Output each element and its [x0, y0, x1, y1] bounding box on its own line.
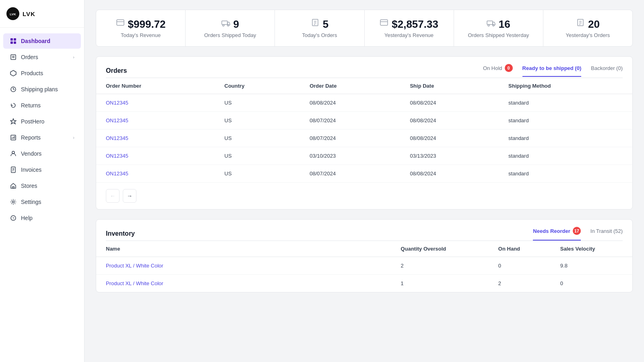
dashboard-icon — [10, 37, 17, 45]
order-number-cell: ON12345 — [96, 130, 215, 147]
shipping-method-cell: standard — [499, 112, 632, 130]
col-shipping-method: Shipping Method — [499, 78, 632, 94]
tab-ready-to-ship[interactable]: Ready to be shipped (0) — [522, 65, 582, 77]
sidebar-item-orders[interactable]: Orders › — [3, 49, 81, 65]
order-link[interactable]: ON12345 — [106, 135, 128, 141]
sidebar-item-label: PostHero — [21, 118, 44, 125]
vendors-icon — [10, 150, 17, 157]
order-link[interactable]: ON12345 — [106, 153, 128, 159]
table-row: ON12345 US 03/10/2023 03/13/2023 standar… — [96, 147, 632, 165]
country-cell: US — [215, 130, 300, 147]
order-number-cell: ON12345 — [96, 94, 215, 112]
inventory-tabs: Needs Reorder 17 In Transit (52) — [533, 227, 623, 241]
logo-icon: LVK — [6, 7, 19, 20]
stat-card-orders-shipped-yesterday: 16 Orders Shipped Yesterday — [454, 10, 543, 46]
yesterdays-revenue-label: Yesterday's Revenue — [384, 32, 433, 38]
svg-rect-5 — [14, 41, 16, 44]
sidebar-item-reports[interactable]: Reports › — [3, 130, 81, 145]
sales-velocity-cell: 0 — [551, 275, 632, 292]
main-content: $999.72 Today's Revenue 9 Orders Shipped… — [85, 0, 644, 362]
country-cell: US — [215, 94, 300, 112]
needs-reorder-label: Needs Reorder — [533, 228, 570, 234]
col-order-date: Order Date — [300, 78, 400, 94]
svg-rect-27 — [117, 20, 124, 25]
reports-icon — [10, 134, 17, 141]
sidebar-item-products[interactable]: Products — [3, 66, 81, 81]
svg-marker-13 — [10, 119, 16, 124]
order-date-cell: 03/10/2023 — [300, 147, 400, 165]
sidebar-item-label: Returns — [21, 102, 41, 109]
svg-text:?: ? — [12, 216, 14, 220]
inventory-panel: Inventory Needs Reorder 17 In Transit (5… — [96, 219, 633, 292]
stat-card-yesterdays-revenue: $2,857.33 Yesterday's Revenue — [365, 10, 454, 46]
prev-page-button[interactable]: ← — [106, 189, 120, 203]
col-name: Name — [96, 241, 391, 257]
order-link[interactable]: ON12345 — [106, 117, 128, 123]
orders-shipped-yesterday-label: Orders Shipped Yesterday — [468, 32, 529, 38]
sidebar-item-settings[interactable]: Settings — [3, 194, 81, 210]
shipping-method-cell: standard — [499, 130, 632, 147]
sidebar-item-shipping-plans[interactable]: Shipping plans — [3, 82, 81, 97]
clipboard-yesterday-icon — [576, 18, 585, 29]
orders-tabs: On Hold 0 Ready to be shipped (0) Backor… — [483, 64, 623, 78]
todays-revenue-label: Today's Revenue — [121, 32, 161, 38]
table-row: Product XL / White Color 2 0 9.8 — [96, 257, 632, 275]
order-date-cell: 08/07/2024 — [300, 130, 400, 147]
tab-in-transit[interactable]: In Transit (52) — [590, 228, 623, 240]
col-sales-velocity: Sales Velocity — [551, 241, 632, 257]
stats-row: $999.72 Today's Revenue 9 Orders Shipped… — [96, 10, 633, 47]
order-link[interactable]: ON12345 — [106, 171, 128, 177]
invoices-icon — [10, 166, 17, 173]
order-link[interactable]: ON12345 — [106, 100, 128, 106]
in-transit-label: In Transit (52) — [590, 228, 623, 234]
next-page-button[interactable]: → — [123, 189, 136, 203]
table-row: ON12345 US 08/07/2024 08/08/2024 standar… — [96, 130, 632, 147]
svg-marker-9 — [10, 70, 16, 76]
yesterdays-revenue-value: $2,857.33 — [392, 18, 438, 31]
svg-rect-4 — [10, 41, 13, 44]
sidebar-item-posthero[interactable]: PostHero — [3, 114, 81, 129]
sidebar-item-label: Dashboard — [21, 38, 50, 44]
stat-header: 5 — [311, 18, 328, 31]
brand-logo: LVK LVK — [0, 0, 84, 28]
inventory-table-body: Product XL / White Color 2 0 9.8 Product… — [96, 257, 632, 292]
sidebar-item-label: Vendors — [21, 150, 41, 157]
shipping-method-cell: standard — [499, 147, 632, 165]
clipboard-icon — [311, 18, 320, 29]
sidebar-item-returns[interactable]: Returns — [3, 98, 81, 113]
orders-shipped-today-value: 9 — [233, 18, 239, 31]
order-date-cell: 08/07/2024 — [300, 165, 400, 183]
yesterdays-orders-value: 20 — [588, 18, 600, 31]
tab-needs-reorder[interactable]: Needs Reorder 17 — [533, 227, 580, 241]
nav-menu: Dashboard Orders › Products Shipping pla… — [0, 28, 84, 362]
country-cell: US — [215, 112, 300, 130]
table-row: Product XL / White Color 1 2 0 — [96, 275, 632, 292]
col-order-number: Order Number — [96, 78, 215, 94]
inventory-link[interactable]: Product XL / White Color — [106, 263, 163, 269]
sidebar-item-vendors[interactable]: Vendors — [3, 146, 81, 161]
orders-table: Order Number Country Order Date Ship Dat… — [96, 78, 632, 182]
needs-reorder-badge: 17 — [573, 227, 581, 235]
help-icon: ? — [10, 214, 17, 222]
sidebar-item-dashboard[interactable]: Dashboard — [3, 33, 81, 49]
order-number-cell: ON12345 — [96, 112, 215, 130]
todays-orders-label: Today's Orders — [302, 32, 337, 38]
sidebar-item-stores[interactable]: Stores — [3, 178, 81, 193]
tab-on-hold[interactable]: On Hold 0 — [483, 64, 513, 78]
col-ship-date: Ship Date — [400, 78, 499, 94]
svg-rect-2 — [10, 38, 13, 41]
shipping-method-cell: standard — [499, 94, 632, 112]
inventory-link[interactable]: Product XL / White Color — [106, 280, 163, 286]
posthero-icon — [10, 118, 17, 125]
sidebar-item-invoices[interactable]: Invoices — [3, 162, 81, 177]
revenue-yesterday-icon — [380, 18, 388, 29]
orders-table-body: ON12345 US 08/08/2024 08/08/2024 standar… — [96, 94, 632, 183]
stat-card-todays-revenue: $999.72 Today's Revenue — [96, 10, 186, 46]
ship-date-cell: 08/08/2024 — [400, 165, 499, 183]
stat-header: 9 — [221, 18, 239, 31]
tab-backorder[interactable]: Backorder (0) — [591, 65, 623, 77]
sidebar-item-help[interactable]: ? Help — [3, 210, 81, 226]
truck-yesterday-icon — [487, 18, 495, 29]
revenue-icon — [116, 18, 125, 29]
orders-shipped-today-label: Orders Shipped Today — [204, 32, 256, 38]
